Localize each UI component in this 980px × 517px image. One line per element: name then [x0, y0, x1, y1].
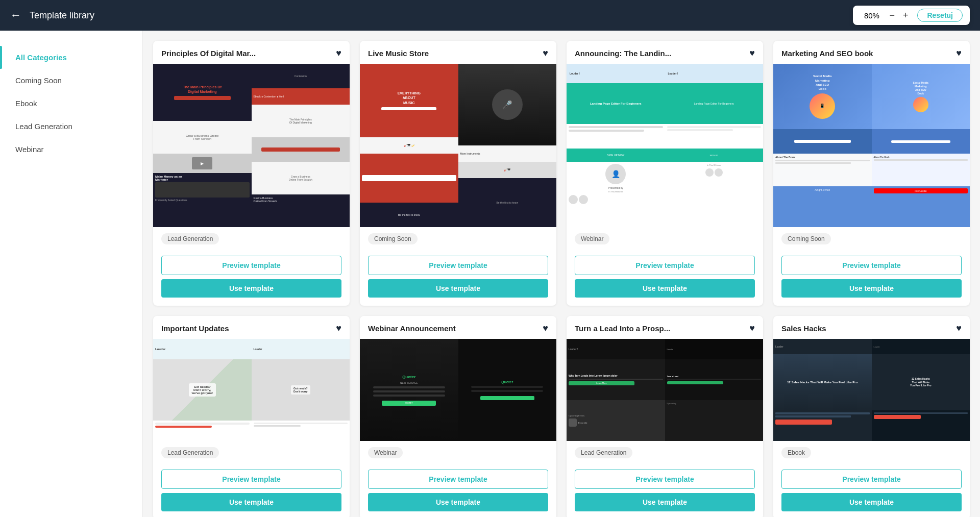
sidebar-item-webinar[interactable]: Webinar: [0, 138, 142, 161]
template-card: Webinar Announcement ♥ Quoter NEW SERVIC…: [360, 316, 556, 517]
card-header: Webinar Announcement ♥: [360, 316, 556, 339]
card-tag: Webinar: [368, 447, 403, 458]
app-wrapper: ← Template library 80% − + Resetuj All C…: [0, 0, 980, 517]
template-card: Important Updates ♥ Louder: [153, 316, 350, 517]
page-title: Template library: [30, 10, 94, 21]
use-template-button[interactable]: Use template: [575, 493, 755, 511]
card-header: Announcing: The Landin... ♥: [567, 41, 763, 64]
card-actions: Preview template Use template: [567, 251, 763, 306]
card-actions: Preview template Use template: [360, 464, 556, 517]
card-header: Live Music Store ♥: [360, 41, 556, 64]
favorite-icon[interactable]: ♥: [749, 48, 755, 59]
use-template-button[interactable]: Use template: [575, 279, 755, 298]
card-header: Turn a Lead Into a Prosp... ♥: [567, 316, 763, 339]
card-tag-area: Coming Soon: [773, 227, 970, 251]
zoom-control: 80% − + Resetuj: [853, 6, 970, 25]
sidebar: All Categories Coming Soon Ebook Lead Ge…: [0, 31, 143, 517]
template-content: Principles Of Digital Mar... ♥ The Main …: [143, 31, 980, 517]
card-tag: Coming Soon: [781, 233, 831, 244]
favorite-icon[interactable]: ♥: [749, 323, 755, 334]
main-layout: All Categories Coming Soon Ebook Lead Ge…: [0, 31, 980, 517]
card-header: Sales Hacks ♥: [773, 316, 970, 339]
sidebar-item-lead-generation[interactable]: Lead Generation: [0, 115, 142, 138]
header: ← Template library 80% − + Resetuj: [0, 0, 980, 31]
card-image: Louder ! Landing Page Editor For Beginne…: [567, 64, 763, 227]
card-tag-area: Ebook: [773, 441, 970, 464]
sidebar-item-all-categories[interactable]: All Categories: [0, 46, 142, 69]
card-image: Louder ! Why Turn Leads Into Lorem Ipsum…: [567, 339, 763, 441]
favorite-icon[interactable]: ♥: [956, 48, 962, 59]
card-title: Marketing And SEO book: [781, 49, 873, 58]
use-template-button[interactable]: Use template: [781, 279, 962, 298]
template-card: Announcing: The Landin... ♥ Louder ! Lan…: [567, 41, 763, 306]
zoom-reset-button[interactable]: Resetuj: [917, 9, 963, 22]
card-title: Announcing: The Landin...: [575, 49, 671, 58]
card-tag: Ebook: [781, 447, 811, 458]
use-template-button[interactable]: Use template: [368, 493, 548, 511]
template-card: Sales Hacks ♥ Louder 12 Sales Hacks That…: [773, 316, 970, 517]
template-grid: Principles Of Digital Mar... ♥ The Main …: [153, 41, 970, 517]
zoom-minus-button[interactable]: −: [887, 10, 897, 21]
zoom-plus-button[interactable]: +: [901, 10, 911, 21]
card-image: EVERYTHINGABOUTMUSIC 🎸 🎹 🎺: [360, 64, 556, 227]
preview-template-button[interactable]: Preview template: [368, 470, 548, 489]
card-actions: Preview template Use template: [153, 464, 350, 517]
template-card: Principles Of Digital Mar... ♥ The Main …: [153, 41, 350, 306]
favorite-icon[interactable]: ♥: [543, 48, 548, 59]
card-actions: Preview template Use template: [567, 464, 763, 517]
card-title: Webinar Announcement: [368, 324, 456, 333]
card-image: Quoter NEW SERVICE SUBMIT: [360, 339, 556, 441]
favorite-icon[interactable]: ♥: [543, 323, 548, 334]
favorite-icon[interactable]: ♥: [336, 48, 341, 59]
zoom-value: 80%: [860, 11, 883, 20]
card-title: Important Updates: [161, 324, 229, 333]
card-header: Principles Of Digital Mar... ♥: [153, 41, 350, 64]
card-title: Turn a Lead Into a Prosp...: [575, 324, 670, 333]
preview-template-button[interactable]: Preview template: [575, 256, 755, 275]
card-title: Principles Of Digital Mar...: [161, 49, 256, 58]
card-tag-area: Lead Generation: [567, 441, 763, 464]
preview-template-button[interactable]: Preview template: [161, 470, 341, 489]
card-actions: Preview template Use template: [153, 251, 350, 306]
template-card: Turn a Lead Into a Prosp... ♥ Louder ! W…: [567, 316, 763, 517]
use-template-button[interactable]: Use template: [161, 279, 341, 298]
use-template-button[interactable]: Use template: [161, 493, 341, 511]
preview-template-button[interactable]: Preview template: [575, 470, 755, 489]
card-image: Louder Got needs?Don't worry,we've got y…: [153, 339, 350, 441]
template-card: Marketing And SEO book ♥ Social MediaMar…: [773, 41, 970, 306]
card-tag: Webinar: [575, 233, 609, 244]
card-image: Louder 12 Sales Hacks That Will Make You…: [773, 339, 970, 441]
card-header: Important Updates ♥: [153, 316, 350, 339]
preview-template-button[interactable]: Preview template: [781, 470, 962, 489]
use-template-button[interactable]: Use template: [781, 493, 962, 511]
template-card: Live Music Store ♥ EVERYTHINGABOUTMUSIC: [360, 41, 556, 306]
card-actions: Preview template Use template: [360, 251, 556, 306]
preview-template-button[interactable]: Preview template: [781, 256, 962, 275]
card-title: Sales Hacks: [781, 324, 826, 333]
sidebar-item-ebook[interactable]: Ebook: [0, 92, 142, 115]
card-tag: Coming Soon: [368, 233, 418, 244]
card-tag-area: Webinar: [567, 227, 763, 251]
back-button[interactable]: ←: [10, 9, 21, 22]
card-tag-area: Coming Soon: [360, 227, 556, 251]
favorite-icon[interactable]: ♥: [956, 323, 962, 334]
preview-template-button[interactable]: Preview template: [161, 256, 341, 275]
card-image: The Main Principles OfDigital Marketing …: [153, 64, 350, 227]
card-tag-area: Lead Generation: [153, 227, 350, 251]
card-header: Marketing And SEO book ♥: [773, 41, 970, 64]
sidebar-item-coming-soon[interactable]: Coming Soon: [0, 69, 142, 92]
use-template-button[interactable]: Use template: [368, 279, 548, 298]
card-tag-area: Webinar: [360, 441, 556, 464]
card-actions: Preview template Use template: [773, 464, 970, 517]
card-title: Live Music Store: [368, 49, 429, 58]
preview-template-button[interactable]: Preview template: [368, 256, 548, 275]
card-tag: Lead Generation: [161, 447, 219, 458]
card-actions: Preview template Use template: [773, 251, 970, 306]
card-image: Social MediaMarketingAnd SEOBook 📱 About…: [773, 64, 970, 227]
favorite-icon[interactable]: ♥: [336, 323, 341, 334]
card-tag: Lead Generation: [575, 447, 632, 458]
card-tag: Lead Generation: [161, 233, 219, 244]
card-tag-area: Lead Generation: [153, 441, 350, 464]
